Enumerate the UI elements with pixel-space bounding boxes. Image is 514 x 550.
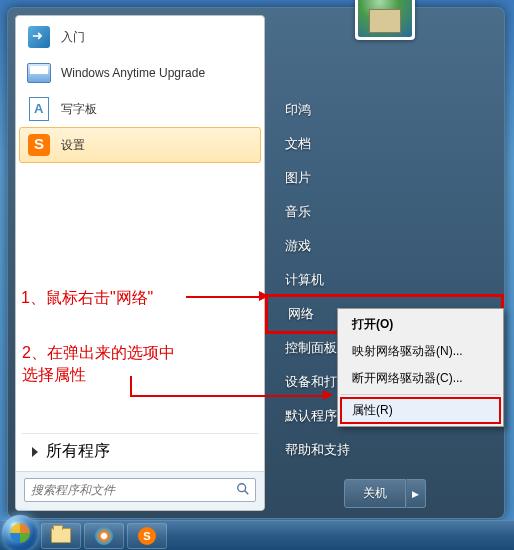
- arrow-1-head: [259, 291, 269, 301]
- sogou-icon: S: [138, 527, 156, 545]
- arrow-2-vline: [130, 376, 132, 397]
- search-icon: [236, 482, 250, 500]
- taskbar-sogou[interactable]: S: [127, 523, 167, 549]
- annotation-step-1: 1、鼠标右击"网络": [21, 288, 153, 309]
- arrow-2-head: [323, 390, 333, 400]
- places-item-2[interactable]: 图片: [265, 161, 504, 195]
- taskbar-wmp[interactable]: [84, 523, 124, 549]
- program-label: 写字板: [61, 101, 97, 118]
- network-globe-icon: [358, 0, 412, 37]
- places-item-1[interactable]: 文档: [265, 127, 504, 161]
- arrow-1-line: [186, 296, 261, 298]
- program-item-2[interactable]: 写字板: [19, 91, 261, 127]
- search-input[interactable]: [24, 478, 256, 502]
- context-menu-properties[interactable]: 属性(R): [340, 397, 501, 424]
- shutdown-options-button[interactable]: ▶: [406, 479, 426, 508]
- arrow-2-line: [130, 395, 325, 397]
- wordpad-icon: [27, 97, 51, 121]
- anytime-icon: [27, 61, 51, 85]
- taskbar-explorer[interactable]: [41, 523, 81, 549]
- search-row: [16, 471, 264, 510]
- folder-icon: [51, 528, 71, 543]
- program-label: 入门: [61, 29, 85, 46]
- places-item-3[interactable]: 音乐: [265, 195, 504, 229]
- places-panel: 印鸿文档图片音乐游戏计算机网络控制面板设备和打印机默认程序帮助和支持 关机 ▶: [265, 8, 504, 518]
- program-item-1[interactable]: Windows Anytime Upgrade: [19, 55, 261, 91]
- program-item-0[interactable]: 入门: [19, 19, 261, 55]
- places-item-5[interactable]: 计算机: [265, 263, 504, 297]
- program-label: Windows Anytime Upgrade: [61, 66, 205, 80]
- taskbar: S: [0, 520, 514, 550]
- svg-point-0: [238, 484, 246, 492]
- shutdown-button[interactable]: 关机: [344, 479, 406, 508]
- svg-line-1: [245, 491, 249, 495]
- getstarted-icon: [27, 25, 51, 49]
- shutdown-area: 关机 ▶: [344, 479, 426, 508]
- program-label: 设置: [61, 137, 85, 154]
- places-item-0[interactable]: 印鸿: [265, 93, 504, 127]
- program-item-3[interactable]: 设置: [19, 127, 261, 163]
- start-menu: 入门Windows Anytime Upgrade写字板设置 所有程序 印鸿文档…: [7, 7, 505, 519]
- all-programs-button[interactable]: 所有程序: [22, 433, 258, 469]
- menu-separator: [341, 394, 500, 395]
- context-menu-open[interactable]: 打开(O): [340, 311, 501, 338]
- places-item-10[interactable]: 帮助和支持: [265, 433, 504, 467]
- annotation-step-2: 2、在弹出来的选项中选择属性: [22, 342, 175, 386]
- context-menu-map-drive[interactable]: 映射网络驱动器(N)...: [340, 338, 501, 365]
- user-picture[interactable]: [355, 0, 415, 40]
- places-item-4[interactable]: 游戏: [265, 229, 504, 263]
- chevron-right-icon: [32, 447, 38, 457]
- context-menu-disconnect-drive[interactable]: 断开网络驱动器(C)...: [340, 365, 501, 392]
- wmp-icon: [95, 527, 113, 545]
- all-programs-label: 所有程序: [46, 441, 110, 462]
- program-panel: 入门Windows Anytime Upgrade写字板设置 所有程序: [15, 15, 265, 511]
- context-menu: 打开(O) 映射网络驱动器(N)... 断开网络驱动器(C)... 属性(R): [337, 308, 504, 427]
- start-orb[interactable]: [2, 515, 38, 551]
- sogou-icon: [27, 133, 51, 157]
